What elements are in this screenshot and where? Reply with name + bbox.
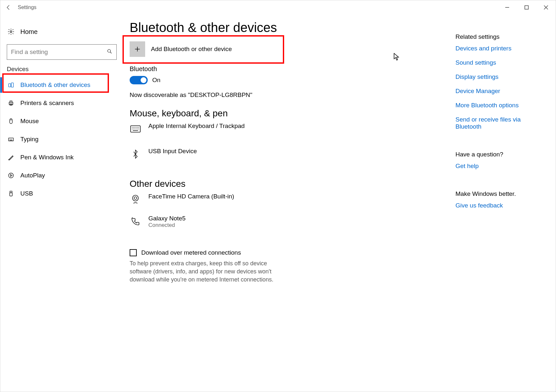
link-give-feedback[interactable]: Give us feedback (455, 202, 540, 209)
sidebar-item-label: USB (20, 190, 33, 197)
svg-point-2 (108, 49, 111, 52)
svg-point-10 (9, 173, 14, 178)
device-row[interactable]: USB Input Device (130, 146, 327, 166)
maximize-button[interactable] (517, 1, 536, 14)
link-send-receive-bt[interactable]: Send or receive files via Bluetooth (455, 116, 540, 130)
back-button[interactable] (0, 4, 16, 11)
svg-point-1 (10, 31, 12, 33)
link-display-settings[interactable]: Display settings (455, 73, 540, 80)
right-column: Related settings Devices and printers So… (455, 20, 556, 392)
search-input-wrap[interactable] (7, 44, 117, 60)
feedback-heading: Make Windows better. (455, 190, 540, 197)
device-name: USB Input Device (148, 148, 197, 155)
close-button[interactable] (536, 1, 556, 14)
sidebar-item-pen[interactable]: Pen & Windows Ink (0, 148, 123, 166)
sidebar-item-mouse[interactable]: Mouse (0, 112, 123, 130)
home-nav[interactable]: Home (0, 22, 123, 41)
device-row[interactable]: FaceTime HD Camera (Built-in) (130, 192, 327, 211)
discoverable-text: Now discoverable as "DESKTOP-LG8RBPN" (130, 91, 327, 99)
svg-point-15 (134, 197, 137, 199)
bluetooth-toggle[interactable] (130, 76, 148, 84)
pen-icon (7, 154, 15, 161)
device-row[interactable]: Apple Internal Keyboard / Trackpad (130, 121, 327, 141)
minimize-button[interactable] (497, 1, 517, 14)
usb-icon (7, 190, 15, 197)
titlebar: Settings (0, 0, 556, 15)
device-name: Galaxy Note5 (148, 215, 186, 222)
printer-icon (7, 100, 15, 106)
svg-rect-9 (9, 138, 14, 141)
cursor-icon (394, 53, 400, 62)
bluetooth-heading: Bluetooth (130, 65, 327, 73)
annotation-highlight (123, 35, 284, 64)
search-input[interactable] (11, 48, 107, 56)
link-get-help[interactable]: Get help (455, 163, 540, 170)
sidebar-item-label: Pen & Windows Ink (20, 154, 74, 161)
metered-help-text: To help prevent extra charges, keep this… (130, 260, 285, 284)
link-sound-settings[interactable]: Sound settings (455, 59, 540, 66)
window-title: Settings (16, 5, 37, 10)
link-device-manager[interactable]: Device Manager (455, 88, 540, 95)
checkbox-icon[interactable] (130, 249, 137, 256)
sidebar-item-typing[interactable]: Typing (0, 130, 123, 148)
gear-icon (7, 28, 15, 35)
phone-icon (130, 216, 141, 227)
annotation-highlight (2, 73, 109, 93)
page-title: Bluetooth & other devices (130, 20, 327, 35)
link-devices-printers[interactable]: Devices and printers (455, 45, 540, 52)
svg-rect-11 (10, 191, 12, 193)
svg-rect-6 (10, 101, 12, 102)
device-name: FaceTime HD Camera (Built-in) (148, 193, 234, 200)
sidebar-item-label: Printers & scanners (20, 100, 74, 107)
metered-checkbox-row[interactable]: Download over metered connections (130, 249, 327, 256)
bluetooth-toggle-state: On (152, 77, 160, 84)
mouse-icon (7, 118, 15, 124)
sidebar-item-autoplay[interactable]: AutoPlay (0, 166, 123, 185)
device-status: Connected (148, 222, 186, 228)
svg-rect-0 (525, 6, 529, 9)
camera-icon (130, 194, 141, 205)
link-more-bluetooth[interactable]: More Bluetooth options (455, 102, 540, 109)
metered-label: Download over metered connections (141, 249, 241, 256)
sidebar-item-label: AutoPlay (20, 172, 45, 179)
svg-point-14 (133, 195, 138, 201)
sidebar-item-label: Typing (20, 136, 38, 143)
sidebar-item-label: Mouse (20, 118, 39, 125)
search-icon (107, 48, 112, 56)
sidebar-item-usb[interactable]: USB (0, 185, 123, 203)
sidebar-item-printers[interactable]: Printers & scanners (0, 94, 123, 112)
device-name: Apple Internal Keyboard / Trackpad (148, 122, 245, 130)
autoplay-icon (7, 172, 15, 179)
mouse-keyboard-heading: Mouse, keyboard, & pen (130, 108, 327, 119)
related-settings-heading: Related settings (455, 33, 540, 40)
device-row[interactable]: Galaxy Note5 Connected (130, 214, 327, 233)
keyboard-icon (7, 136, 15, 143)
question-heading: Have a question? (455, 151, 540, 158)
bluetooth-icon (130, 148, 141, 160)
sidebar-section-label: Devices (0, 66, 123, 73)
keyboard-icon (130, 123, 141, 135)
home-label: Home (20, 28, 37, 36)
other-devices-heading: Other devices (130, 179, 327, 189)
sidebar: Home Devices Bluetooth & other devices P… (0, 15, 123, 392)
svg-rect-12 (10, 193, 12, 196)
